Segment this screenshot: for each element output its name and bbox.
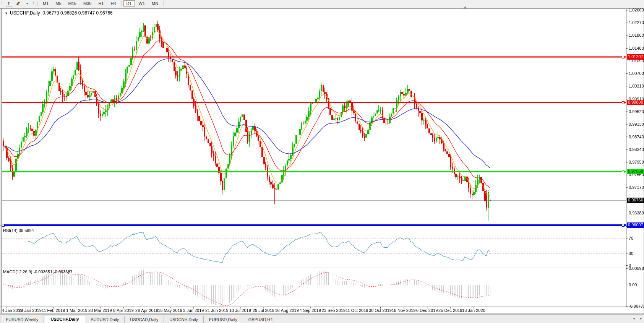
- chart-symbol-period: USDCHF,Daily: [10, 10, 40, 16]
- symbol-tab-usdcnh-4[interactable]: USDCNH,Daily: [164, 316, 204, 323]
- toolbar-separator: [37, 1, 38, 6]
- toolbar-grip: [1, 1, 3, 6]
- arrows-tool-dropdown[interactable]: ▾: [23, 0, 31, 6]
- hline-price-label-2: 0.97658: [627, 169, 644, 174]
- arrows-tool-icon: [15, 1, 21, 6]
- symbol-tab-eurusd-0[interactable]: EURUSD,Weekly: [0, 316, 44, 323]
- symbol-tab-eurusd-5[interactable]: EURUSD,Daily: [204, 316, 243, 323]
- timeframe-button-h1[interactable]: H1: [95, 0, 107, 6]
- toolbar-separator: [163, 1, 164, 6]
- hline-price-label-0: 1.01207: [627, 54, 644, 60]
- symbol-tab-audusd-2[interactable]: AUDUSD,Daily: [85, 316, 125, 323]
- chart-title-expander-icon[interactable]: ▼: [5, 11, 8, 15]
- chart-title: ▼USDCHF,Daily 0.96773 0.96826 0.96747 0.…: [5, 10, 113, 16]
- tab-scroll-right-icon[interactable]: ▸: [640, 317, 642, 320]
- tab-scroll-buttons: ◂ ▸: [633, 317, 642, 320]
- timeframe-button-h4[interactable]: H4: [107, 0, 119, 6]
- timeframe-button-m15[interactable]: M15: [65, 0, 79, 6]
- symbol-tab-bar: EURUSD,WeeklyUSDCHF,DailyAUDUSD,DailyUSD…: [0, 314, 644, 323]
- timeframe-button-w1[interactable]: W1: [136, 0, 148, 6]
- toolbar-grip: [33, 1, 35, 6]
- hline-price-label-3: 0.96007: [627, 222, 644, 228]
- arrows-tool-button[interactable]: [14, 0, 22, 6]
- text-tool-icon: T: [6, 1, 12, 6]
- timeframe-button-m1[interactable]: M1: [40, 0, 52, 6]
- text-tool-button[interactable]: T: [5, 0, 13, 6]
- symbol-tab-gbpusd-6[interactable]: GBPUSD,H4: [243, 316, 279, 323]
- chart-window: ▼USDCHF,Daily 0.96773 0.96826 0.96747 0.…: [0, 8, 644, 313]
- toolbar-separator: [121, 1, 122, 6]
- timeframe-button-d1[interactable]: D1: [123, 0, 135, 6]
- tab-scroll-left-icon[interactable]: ◂: [633, 317, 635, 320]
- timeframe-button-m5[interactable]: M5: [52, 0, 64, 6]
- symbol-tab-usdcad-3[interactable]: USDCAD,Daily: [125, 316, 164, 323]
- timeframe-button-m30[interactable]: M30: [80, 0, 94, 6]
- top-toolbar: T ▾ M1M5M15M30H1H4D1W1MN: [0, 0, 644, 7]
- hline-price-label-1: 0.99800: [627, 100, 644, 105]
- chart-shift-marker[interactable]: [463, 6, 467, 8]
- current-price-label: 0.96766: [627, 198, 644, 203]
- macd-indicator-label: MACD(12,26,9) -0.003651 -0.003687: [3, 269, 73, 274]
- timeframe-button-mn[interactable]: MN: [149, 0, 161, 6]
- chart-ohlc-quote: 0.96773 0.96826 0.96747 0.96766: [42, 10, 113, 16]
- symbol-tab-usdchf-1[interactable]: USDCHF,Daily: [44, 315, 85, 323]
- rsi-indicator-label: RSI(14) 39.5894: [3, 228, 34, 233]
- price-chart-canvas[interactable]: [0, 8, 644, 313]
